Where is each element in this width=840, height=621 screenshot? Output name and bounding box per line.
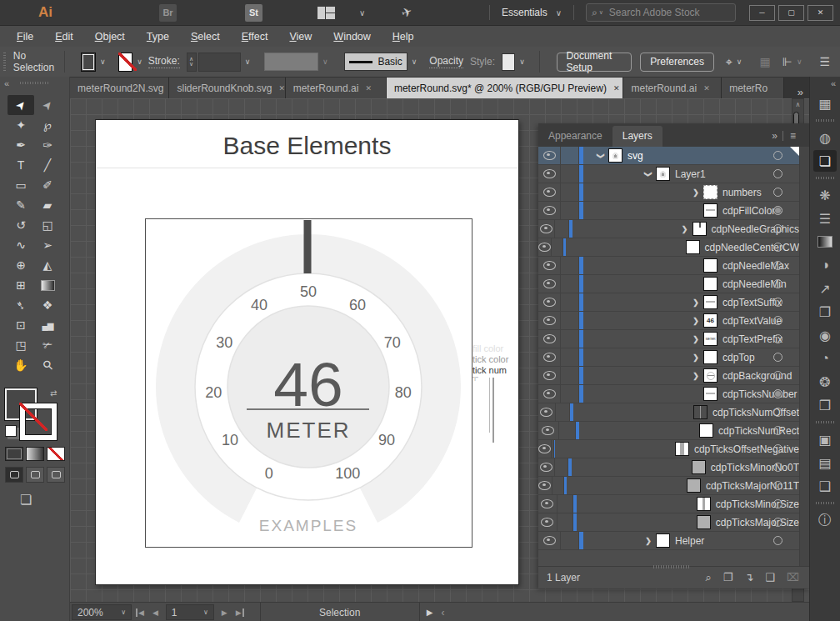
pathfinder-panel-icon[interactable]: ❑	[813, 475, 837, 497]
workspace-switcher[interactable]: Essentials	[502, 7, 548, 18]
layer-row[interactable]: ❯cdpTicksNumOffset	[538, 403, 799, 422]
expand-chevron-icon[interactable]: ❯	[690, 372, 702, 380]
scale-tool[interactable]: ◱	[34, 215, 61, 235]
pen-tool[interactable]: ✒	[8, 135, 34, 155]
locate-object-icon[interactable]: ⌕	[706, 571, 712, 584]
lock-toggle[interactable]	[561, 348, 579, 366]
stepper-down-icon[interactable]: ∨	[189, 62, 193, 67]
document-tab[interactable]: meterRound.ai ✕	[286, 78, 387, 98]
lock-toggle[interactable]	[558, 513, 573, 531]
visibility-toggle[interactable]	[538, 220, 555, 238]
menu-effect[interactable]: Effect	[231, 28, 279, 46]
visibility-toggle[interactable]	[538, 165, 561, 183]
search-scope-chevron-icon[interactable]: ∨	[599, 9, 603, 16]
color-panel-icon[interactable]: ◉	[813, 324, 837, 346]
visibility-toggle[interactable]	[538, 532, 561, 549]
expand-chevron-icon[interactable]: ❯	[679, 225, 691, 233]
lock-toggle[interactable]	[559, 422, 576, 439]
stroke-chevron-icon[interactable]: ∨	[137, 58, 142, 66]
target-circle[interactable]	[773, 261, 782, 270]
info-panel-icon[interactable]: ⓘ	[813, 509, 837, 531]
perspective-grid-tool[interactable]: ◭	[34, 255, 61, 275]
brush-definition-dropdown[interactable]	[264, 53, 318, 71]
selection-options-chevron-icon[interactable]: ∨	[737, 58, 742, 66]
rotate-tool[interactable]: ↺	[8, 215, 34, 235]
visibility-toggle[interactable]	[538, 348, 561, 366]
visibility-toggle[interactable]	[538, 477, 552, 494]
slice-tool[interactable]: ✃	[34, 335, 61, 355]
visibility-toggle[interactable]	[538, 458, 555, 476]
layers-panel-icon[interactable]: ❏	[813, 150, 837, 172]
new-sublayer-icon[interactable]: ↴	[744, 571, 753, 584]
shape-builder-tool[interactable]: ⊕	[8, 255, 34, 275]
hand-tool[interactable]: ✋	[8, 355, 34, 375]
visibility-toggle[interactable]	[538, 367, 561, 384]
transparency-panel-icon[interactable]: ◑	[813, 254, 837, 276]
lock-toggle[interactable]	[555, 458, 568, 476]
close-button[interactable]: ✕	[808, 5, 833, 21]
zoom-chevron-icon[interactable]: ∨	[121, 608, 126, 616]
visibility-toggle[interactable]	[538, 440, 552, 458]
expand-chevron-icon[interactable]: ❯	[690, 188, 702, 197]
visibility-toggle[interactable]	[538, 422, 559, 439]
stroke-alignment-icon[interactable]: ⊩	[782, 55, 792, 68]
collapse-tools-icon[interactable]: «	[4, 78, 9, 88]
paintbrush-tool[interactable]: ✐	[34, 175, 61, 195]
target-circle[interactable]	[773, 206, 782, 215]
visibility-toggle[interactable]	[538, 385, 561, 403]
tab-layers[interactable]: Layers	[612, 126, 662, 147]
next-artboard-icon[interactable]: ▶	[222, 608, 228, 617]
links-panel-icon[interactable]: ❒	[813, 394, 837, 416]
expand-chevron-icon[interactable]: ❯	[642, 537, 654, 545]
tab-close-icon[interactable]: ✕	[279, 84, 286, 93]
blend-tool[interactable]: ❖	[34, 295, 61, 315]
free-transform-tool[interactable]: ➢	[34, 235, 61, 255]
delete-layer-icon[interactable]: ⌧	[787, 571, 799, 584]
width-profile-dropdown[interactable]: Basic	[344, 53, 408, 71]
alignment-chevron-icon[interactable]: ∨	[797, 58, 802, 66]
stroke-color-swatch[interactable]	[118, 53, 133, 72]
scroll-left-icon[interactable]: ‹	[441, 607, 444, 618]
gradient-panel-icon[interactable]	[813, 231, 837, 253]
lock-toggle[interactable]	[561, 293, 579, 311]
layer-row[interactable]: ❯cdpTop	[538, 348, 799, 367]
preferences-button[interactable]: Preferences	[640, 53, 714, 72]
dock-gripper[interactable]	[816, 119, 834, 122]
menu-type[interactable]: Type	[136, 28, 180, 46]
tab-appearance[interactable]: Appearance	[538, 126, 612, 147]
document-tab[interactable]: meterRo	[722, 78, 784, 98]
menu-view[interactable]: View	[278, 28, 322, 46]
asset-export-panel-icon[interactable]: ↗	[813, 278, 837, 299]
draw-inside-button[interactable]	[47, 467, 65, 483]
target-circle[interactable]	[773, 481, 782, 490]
mesh-tool[interactable]: ⊞	[8, 275, 34, 295]
lock-toggle[interactable]	[561, 165, 579, 183]
lock-toggle[interactable]	[556, 403, 570, 421]
target-circle[interactable]	[773, 151, 782, 160]
layer-row[interactable]: ❯cdpTicksMinorSize	[538, 495, 799, 513]
arrange-documents-icon[interactable]	[318, 7, 336, 19]
lock-toggle[interactable]	[561, 183, 579, 201]
expand-chevron-icon[interactable]: ❯	[690, 353, 702, 362]
layer-row[interactable]: ❯46cdpTextValue	[538, 312, 799, 330]
expand-chevron-icon[interactable]: ❯	[597, 150, 605, 162]
target-circle[interactable]	[773, 243, 782, 252]
layer-row[interactable]: ❯svg	[538, 147, 799, 165]
visibility-toggle[interactable]	[538, 238, 552, 256]
previous-artboard-icon[interactable]: ◀	[152, 608, 158, 617]
visibility-toggle[interactable]	[538, 312, 561, 329]
artboard-tool[interactable]: ◳	[8, 335, 34, 355]
layer-row[interactable]: ❯cdpFillColor	[538, 202, 799, 220]
selection-tool[interactable]: ➤	[8, 95, 34, 115]
tools-gripper[interactable]	[20, 82, 48, 84]
layer-row[interactable]: ❯numbers	[538, 183, 799, 202]
target-circle[interactable]	[773, 463, 782, 472]
stroke-weight-label[interactable]: Stroke:	[148, 55, 180, 68]
document-tab-active[interactable]: meterRound.svg* @ 200% (RGB/GPU Preview)…	[387, 78, 624, 98]
lock-toggle[interactable]	[558, 495, 573, 513]
align-panel-icon[interactable]: ▤	[813, 452, 837, 473]
artboard[interactable]: Base Elements 0102030405060708090100 46 …	[95, 119, 519, 585]
line-segment-tool[interactable]: ╱	[34, 155, 61, 175]
visibility-toggle[interactable]	[538, 275, 561, 293]
target-circle[interactable]	[773, 536, 782, 545]
